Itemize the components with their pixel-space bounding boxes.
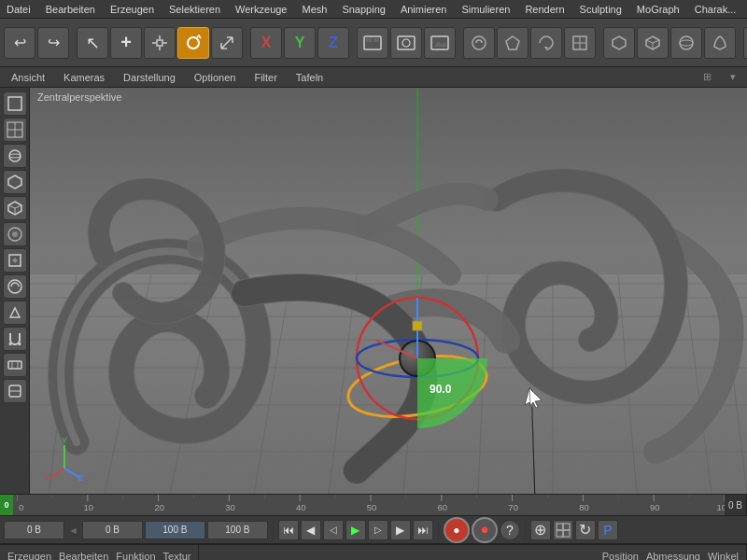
left-btn-11[interactable] bbox=[3, 353, 27, 377]
menu-datei[interactable]: Datei bbox=[4, 4, 34, 15]
menu-bearbeiten[interactable]: Bearbeiten bbox=[43, 4, 98, 15]
status-textur[interactable]: Textur bbox=[163, 551, 191, 561]
tool-btn1[interactable] bbox=[463, 27, 495, 59]
transport-extra4[interactable]: P bbox=[598, 520, 618, 540]
transport-extra2[interactable] bbox=[553, 520, 573, 540]
menu-charak[interactable]: Charak... bbox=[692, 4, 740, 15]
timeline-ruler[interactable]: 0 10 20 30 40 50 60 70 80 90 1 bbox=[13, 495, 725, 515]
menu-snapping[interactable]: Snapping bbox=[339, 4, 388, 15]
go-start-button[interactable]: ⏮ bbox=[278, 520, 299, 540]
svg-text:30: 30 bbox=[225, 503, 235, 512]
menu-selektieren[interactable]: Selektieren bbox=[166, 4, 223, 15]
tool-btn3[interactable] bbox=[530, 27, 562, 59]
tool-btn4[interactable] bbox=[564, 27, 596, 59]
left-status-section: Erzeugen Bearbeiten Funktion Textur bbox=[0, 545, 199, 560]
svg-text:10: 10 bbox=[84, 503, 94, 512]
render-btn1[interactable] bbox=[357, 27, 388, 59]
end-frame-input[interactable] bbox=[145, 521, 205, 539]
timeline-start-marker: 0 bbox=[0, 494, 13, 516]
transport-extra1[interactable]: ⊕ bbox=[530, 520, 551, 540]
obj-btn1[interactable] bbox=[603, 27, 635, 59]
view-menu[interactable]: Ansicht bbox=[7, 70, 49, 85]
menu-erzeugen[interactable]: Erzeugen bbox=[107, 4, 157, 15]
tafeln-menu[interactable]: Tafeln bbox=[292, 70, 327, 85]
obj-btn4[interactable] bbox=[704, 27, 736, 59]
expand-icon[interactable]: ⊞ bbox=[699, 71, 715, 83]
svg-rect-114 bbox=[563, 524, 570, 530]
filter-menu[interactable]: Filter bbox=[250, 70, 280, 85]
left-btn-2[interactable] bbox=[3, 118, 27, 142]
current-frame-input[interactable] bbox=[4, 521, 64, 539]
max-frame-input[interactable] bbox=[207, 521, 268, 539]
status-funktion[interactable]: Funktion bbox=[116, 551, 155, 561]
autokey-button[interactable]: ⏺ bbox=[472, 517, 498, 543]
menu-werkzeuge[interactable]: Werkzeuge bbox=[233, 4, 289, 15]
svg-line-13 bbox=[653, 40, 659, 43]
left-btn-3[interactable] bbox=[3, 144, 27, 168]
menu-mograph[interactable]: MoGraph bbox=[634, 4, 683, 15]
prev-key-button[interactable]: ◁ bbox=[323, 520, 344, 540]
scale-tool-button[interactable] bbox=[211, 27, 243, 59]
obj-btn3[interactable] bbox=[670, 27, 702, 59]
render-btn2[interactable] bbox=[390, 27, 422, 59]
left-btn-6[interactable] bbox=[3, 222, 27, 246]
svg-text:90.0: 90.0 bbox=[430, 383, 452, 396]
undo-button[interactable]: ↩ bbox=[4, 27, 35, 59]
viewport[interactable]: 90.0 Zentralperspektive Y X Z bbox=[30, 88, 747, 494]
start-frame-input[interactable] bbox=[82, 521, 143, 539]
svg-rect-40 bbox=[8, 361, 21, 369]
axis-group: X Y Z bbox=[250, 27, 349, 59]
svg-point-28 bbox=[9, 150, 21, 161]
move-tool-button[interactable] bbox=[144, 27, 176, 59]
render-btn3[interactable] bbox=[424, 27, 456, 59]
menu-animieren[interactable]: Animieren bbox=[398, 4, 450, 15]
status-erzeugen[interactable]: Erzeugen bbox=[7, 551, 51, 561]
z-axis-button[interactable]: Z bbox=[317, 27, 349, 59]
svg-point-16 bbox=[680, 40, 693, 46]
go-end-button[interactable]: ⏭ bbox=[413, 520, 433, 540]
left-btn-12[interactable] bbox=[3, 379, 27, 403]
darstellung-menu[interactable]: Darstellung bbox=[120, 70, 179, 85]
left-btn-magnet[interactable] bbox=[3, 327, 27, 351]
svg-text:70: 70 bbox=[508, 503, 518, 512]
x-axis-button[interactable]: X bbox=[250, 27, 282, 59]
add-tool-button[interactable]: + bbox=[110, 27, 142, 59]
y-axis-button[interactable]: Y bbox=[284, 27, 316, 59]
misc-btn1[interactable] bbox=[743, 27, 747, 59]
svg-rect-116 bbox=[563, 530, 570, 537]
transport-sep2 bbox=[438, 521, 439, 539]
left-btn-8[interactable] bbox=[3, 274, 27, 299]
left-btn-9[interactable] bbox=[3, 301, 27, 325]
left-panel bbox=[0, 88, 30, 494]
menu-mesh[interactable]: Mesh bbox=[299, 4, 330, 15]
svg-point-29 bbox=[9, 154, 21, 158]
help-button[interactable]: ? bbox=[500, 520, 520, 540]
left-btn-5[interactable] bbox=[3, 196, 27, 220]
next-key-button[interactable]: ▷ bbox=[368, 520, 388, 540]
main-area: 90.0 Zentralperspektive Y X Z bbox=[0, 88, 747, 494]
svg-rect-24 bbox=[8, 97, 21, 110]
left-btn-4[interactable] bbox=[3, 170, 27, 194]
transport-extra3[interactable]: ↻ bbox=[575, 520, 596, 540]
select-tool-button[interactable]: ↖ bbox=[77, 27, 108, 59]
record-button[interactable]: ● bbox=[444, 517, 470, 543]
svg-line-12 bbox=[646, 40, 653, 43]
redo-button[interactable]: ↪ bbox=[37, 27, 69, 59]
play-button[interactable]: ▶ bbox=[345, 520, 366, 540]
next-frame-button[interactable]: ▶ bbox=[390, 520, 411, 540]
collapse-icon[interactable]: ▾ bbox=[726, 71, 740, 83]
menu-simulieren[interactable]: Simulieren bbox=[458, 4, 513, 15]
status-bearbeiten[interactable]: Bearbeiten bbox=[59, 551, 108, 561]
optionen-menu[interactable]: Optionen bbox=[190, 70, 240, 85]
cameras-menu[interactable]: Kameras bbox=[60, 70, 108, 85]
tool-btn2[interactable] bbox=[497, 27, 529, 59]
left-btn-1[interactable] bbox=[3, 91, 27, 116]
prev-frame-button[interactable]: ◀ bbox=[301, 520, 321, 540]
rotate-tool-button[interactable] bbox=[177, 27, 209, 59]
menu-sculpting[interactable]: Sculpting bbox=[577, 4, 625, 15]
transport-sep3 bbox=[525, 521, 526, 539]
menu-rendern[interactable]: Rendern bbox=[522, 4, 567, 15]
left-btn-7[interactable] bbox=[3, 248, 27, 273]
sub-toolbar: Ansicht Kameras Darstellung Optionen Fil… bbox=[0, 67, 747, 88]
obj-btn2[interactable] bbox=[637, 27, 669, 59]
